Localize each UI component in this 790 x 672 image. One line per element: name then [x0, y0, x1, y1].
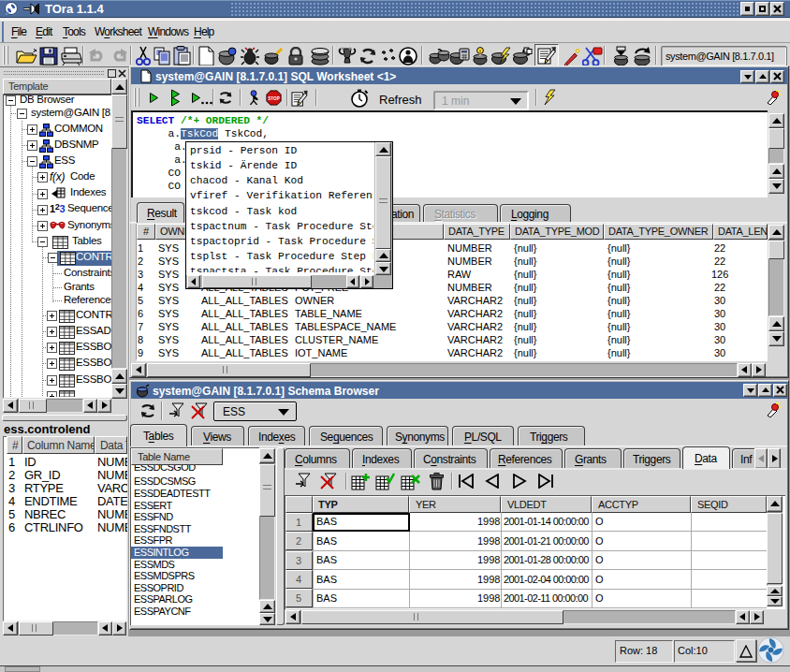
svg-text:STOP: STOP [268, 96, 280, 101]
